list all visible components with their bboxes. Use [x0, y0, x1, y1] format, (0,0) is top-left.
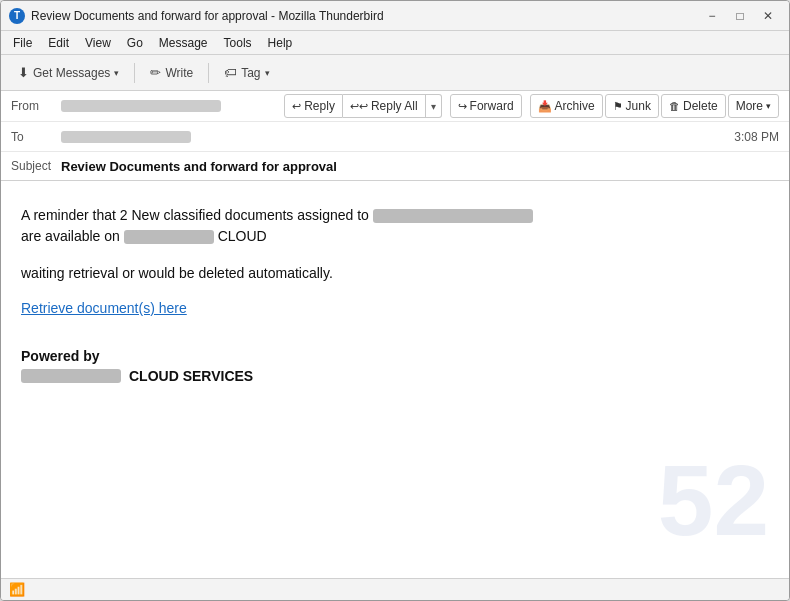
write-icon: ✏	[150, 65, 161, 80]
toolbar-divider-2	[208, 63, 209, 83]
watermark: 52	[658, 443, 769, 558]
email-content: A reminder that 2 New classified documen…	[21, 205, 769, 384]
delete-icon: 🗑	[669, 100, 680, 112]
reply-button[interactable]: ↩ Reply	[284, 94, 343, 118]
recipient-blurred	[373, 209, 533, 223]
status-bar: 📶	[1, 578, 789, 600]
to-row: To 3:08 PM	[1, 122, 789, 152]
app-icon: T	[9, 8, 25, 24]
menu-go[interactable]: Go	[119, 34, 151, 52]
tag-button[interactable]: 🏷 Tag ▾	[215, 59, 278, 87]
menu-edit[interactable]: Edit	[40, 34, 77, 52]
body-paragraph-2: waiting retrieval or would be deleted au…	[21, 263, 769, 284]
forward-button[interactable]: ↪ Forward	[450, 94, 522, 118]
maximize-button[interactable]: □	[727, 5, 753, 27]
from-row: From ↩ Reply ↩↩ Reply All ▾	[1, 91, 789, 122]
subject-label: Subject	[11, 159, 61, 173]
toolbar: ⬇ Get Messages ▾ ✏ Write 🏷 Tag ▾	[1, 55, 789, 91]
junk-icon: ⚑	[613, 100, 623, 113]
reply-group: ↩ Reply ↩↩ Reply All ▾	[284, 94, 441, 118]
reply-icon: ↩	[292, 100, 301, 113]
get-messages-dropdown-arrow[interactable]: ▾	[114, 68, 119, 78]
thunderbird-window: T Review Documents and forward for appro…	[0, 0, 790, 601]
write-button[interactable]: ✏ Write	[141, 59, 202, 87]
from-address	[61, 100, 221, 112]
menu-tools[interactable]: Tools	[216, 34, 260, 52]
subject-value: Review Documents and forward for approva…	[61, 159, 337, 174]
to-label: To	[11, 130, 61, 144]
powered-label: Powered by	[21, 348, 769, 364]
email-body: 52 A reminder that 2 New classified docu…	[1, 181, 789, 578]
powered-brand: CLOUD SERVICES	[21, 368, 769, 384]
menu-view[interactable]: View	[77, 34, 119, 52]
body-paragraph-1: A reminder that 2 New classified documen…	[21, 205, 769, 247]
wifi-icon: 📶	[9, 582, 25, 597]
toolbar-divider-1	[134, 63, 135, 83]
from-label: From	[11, 99, 61, 113]
get-messages-button[interactable]: ⬇ Get Messages ▾	[9, 59, 128, 87]
cloud-name-blurred	[124, 230, 214, 244]
retrieve-link[interactable]: Retrieve document(s) here	[21, 300, 187, 316]
window-title: Review Documents and forward for approva…	[31, 9, 699, 23]
reply-all-icon: ↩↩	[350, 100, 368, 113]
minimize-button[interactable]: −	[699, 5, 725, 27]
reply-all-button[interactable]: ↩↩ Reply All	[343, 94, 426, 118]
menu-file[interactable]: File	[5, 34, 40, 52]
menu-bar: File Edit View Go Message Tools Help	[1, 31, 789, 55]
menu-help[interactable]: Help	[260, 34, 301, 52]
tag-dropdown-arrow[interactable]: ▾	[265, 68, 270, 78]
powered-section: Powered by CLOUD SERVICES	[21, 348, 769, 384]
email-timestamp: 3:08 PM	[734, 130, 779, 144]
junk-button[interactable]: ⚑ Junk	[605, 94, 659, 118]
get-messages-icon: ⬇	[18, 65, 29, 80]
email-header: From ↩ Reply ↩↩ Reply All ▾	[1, 91, 789, 181]
more-button[interactable]: More ▾	[728, 94, 779, 118]
archive-button[interactable]: 📥 Archive	[530, 94, 603, 118]
reply-dropdown-button[interactable]: ▾	[426, 94, 442, 118]
tag-icon: 🏷	[224, 65, 237, 80]
window-controls: − □ ✕	[699, 5, 781, 27]
more-dropdown-arrow: ▾	[766, 101, 771, 111]
forward-icon: ↪	[458, 100, 467, 113]
title-bar: T Review Documents and forward for appro…	[1, 1, 789, 31]
header-action-buttons: ↩ Reply ↩↩ Reply All ▾ ↪ Forward	[284, 94, 779, 118]
to-address	[61, 131, 191, 143]
delete-button[interactable]: 🗑 Delete	[661, 94, 726, 118]
brand-logo-blurred	[21, 369, 121, 383]
subject-row: Subject Review Documents and forward for…	[1, 152, 789, 180]
archive-icon: 📥	[538, 100, 552, 113]
menu-message[interactable]: Message	[151, 34, 216, 52]
close-button[interactable]: ✕	[755, 5, 781, 27]
